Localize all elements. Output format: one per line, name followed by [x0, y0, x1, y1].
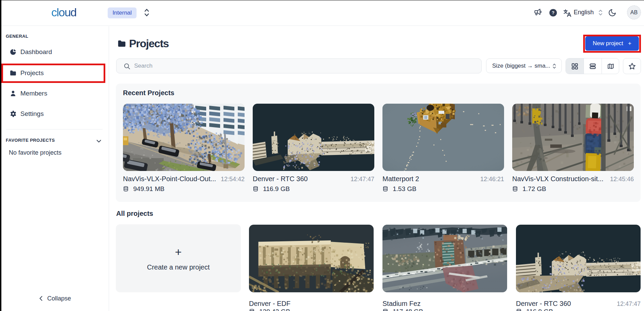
- svg-text:?: ?: [552, 10, 555, 15]
